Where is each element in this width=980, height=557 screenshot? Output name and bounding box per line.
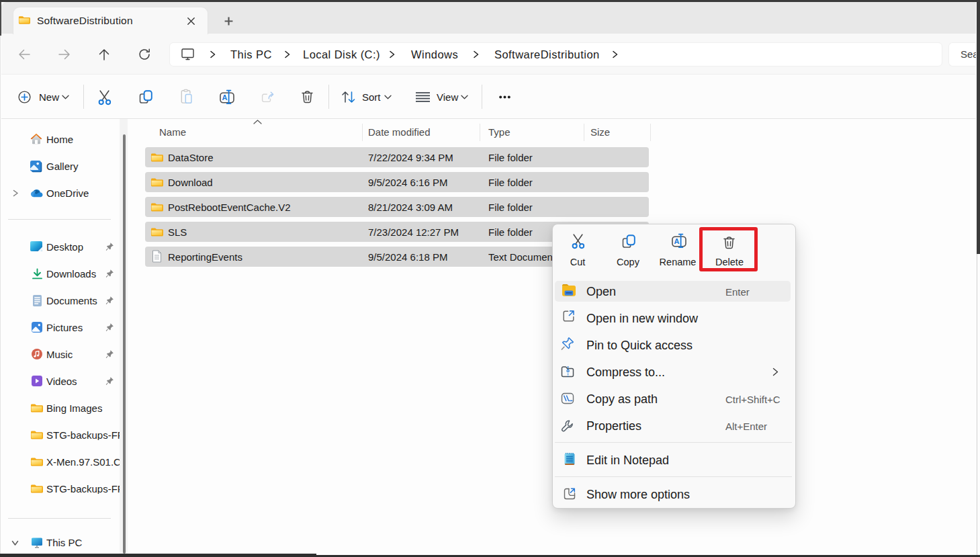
svg-text:A: A bbox=[674, 237, 680, 245]
svg-text:A: A bbox=[222, 93, 228, 101]
